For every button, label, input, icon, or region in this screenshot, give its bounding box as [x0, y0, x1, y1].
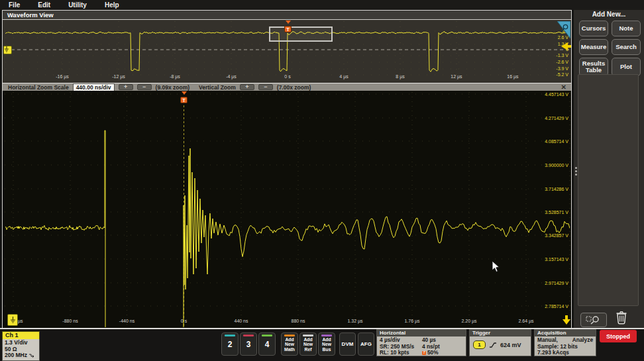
overview-time-label: -8 µs [158, 74, 191, 79]
ref-stripe [303, 335, 313, 336]
bandwidth-icon [28, 353, 34, 358]
waveform-panel: Waveform View 3.92.6 V1.3 V0-1.3 V-2.6 V… [2, 10, 572, 329]
dvm-button[interactable]: DVM [339, 333, 356, 356]
main-time-label: 880 ns [282, 319, 315, 323]
afg-button[interactable]: AFG [358, 333, 374, 356]
ch1-badge[interactable]: Ch 1 1.3 V/div 50 Ω 200 MHz [2, 331, 40, 361]
trigger-source-badge: 1 [473, 340, 486, 349]
add-new-title: Add New... [574, 11, 644, 18]
v-zoom-minus-button[interactable]: − [258, 84, 273, 90]
main-voltage-label: 3.528571 V [545, 210, 568, 215]
add-new-bus-button[interactable]: Add New Bus [318, 333, 335, 356]
main-time-label: -440 ns [111, 319, 144, 323]
horizontal-rl: RL: 10 kpts [380, 350, 463, 356]
zoom-plot [3, 91, 571, 329]
trigger-position-icon: T [422, 351, 426, 355]
trash-button[interactable] [615, 310, 628, 328]
add-new-math-button[interactable]: Add New Math [281, 333, 298, 356]
overview-voltage-label: -3.9 V [556, 66, 568, 71]
ch1-level-arrow-icon[interactable] [561, 42, 568, 50]
ch1-name: Ch 1 [2, 331, 40, 339]
trigger-flag-label: T [284, 26, 292, 32]
bottom-bar: Ch 1 1.3 V/div 50 Ω 200 MHz 2 3 4 Add Ne… [0, 328, 644, 361]
h-zoom-scale-label: Horizontal Zoom Scale [8, 84, 69, 91]
trigger-flag-label: T [180, 97, 188, 103]
ch1-bandwidth: 200 MHz [5, 352, 37, 359]
rising-edge-icon [489, 342, 497, 348]
ch1-ground-marker-main[interactable] [7, 314, 18, 326]
zoom-mode-button[interactable] [580, 313, 607, 327]
overview-time-label: 16 µs [496, 74, 529, 79]
trigger-flag-overview[interactable]: T [284, 21, 292, 32]
main-time-label: 0 s [168, 319, 201, 323]
zoom-region-box[interactable] [269, 26, 333, 42]
overview-time-label: -16 µs [46, 74, 79, 79]
menu-file[interactable]: File [9, 1, 20, 9]
channel-2-button[interactable]: 2 [221, 333, 239, 356]
main-voltage-label: 4.271429 V [545, 116, 568, 121]
menu-edit[interactable]: Edit [38, 1, 50, 9]
acquisition-title: Acquisition [535, 330, 596, 336]
overview-graticule[interactable]: 3.92.6 V1.3 V0-1.3 V-2.6 V-3.9 V-5.2 V -… [3, 20, 571, 83]
main-voltage-label: 4.457143 V [545, 92, 568, 97]
results-area [578, 74, 639, 306]
main-time-label: µs [18, 319, 23, 323]
h-zoom-plus-button[interactable]: + [119, 84, 133, 90]
add-new-ref-button[interactable]: Add New Ref [299, 333, 317, 356]
horizontal-panel[interactable]: Horizontal 4 µs/div SR: 250 MS/s RL: 10 … [376, 329, 466, 356]
overview-time-label: -4 µs [215, 74, 248, 79]
main-voltage-label: 3.342857 V [545, 233, 568, 238]
waveform-view-title: Waveform View [3, 11, 571, 20]
results-table-button[interactable]: Results Table [579, 58, 608, 76]
overview-time-label: -12 µs [102, 74, 135, 79]
ground-icon [4, 46, 9, 52]
measure-button[interactable]: Measure [579, 39, 608, 55]
zoom-close-icon[interactable]: ✕ [561, 83, 566, 91]
add-new-panel: Add New... Cursors Note Measure Search R… [574, 10, 644, 329]
menu-help[interactable]: Help [105, 1, 119, 9]
overview-time-label: 0 s [271, 74, 304, 79]
main-time-label: -880 ns [54, 319, 87, 323]
horizontal-position: 50% [427, 350, 439, 356]
channel-4-button[interactable]: 4 [258, 333, 276, 356]
zoom-select-icon [585, 315, 602, 325]
cursors-button[interactable]: Cursors [579, 21, 608, 36]
ch1-ground-marker-overview[interactable] [3, 46, 12, 54]
acquisition-count: 7.293 kAcqs [537, 350, 593, 356]
plot-button[interactable]: Plot [612, 58, 641, 76]
search-button[interactable]: Search [612, 39, 641, 55]
note-button[interactable]: Note [612, 21, 641, 36]
channel-3-button[interactable]: 3 [240, 333, 257, 356]
overview-time-label: 12 µs [440, 74, 473, 79]
stopped-badge[interactable]: Stopped [600, 330, 637, 342]
v-zoom-factor: (7.00x zoom) [277, 84, 311, 91]
acquisition-panel[interactable]: Acquisition Manual, Analyze Sample: 12 b… [534, 329, 596, 356]
panel-drag-handle[interactable] [575, 167, 577, 177]
main-voltage-label: 3.900000 V [545, 163, 568, 168]
main-time-label: 440 ns [225, 319, 258, 323]
main-time-label: 2.64 µs [510, 319, 543, 323]
trigger-flag-main[interactable]: T [180, 91, 188, 103]
main-time-label: 2.20 µs [453, 319, 486, 323]
ground-icon [10, 317, 16, 324]
main-voltage-label: 3.157143 V [545, 257, 568, 262]
v-zoom-label: Vertical Zoom [199, 84, 236, 91]
overview-time-label: 8 µs [384, 74, 417, 79]
h-zoom-minus-button[interactable]: − [137, 84, 152, 90]
v-zoom-plus-button[interactable]: + [240, 84, 254, 90]
math-stripe [284, 335, 295, 336]
bus-stripe [321, 335, 332, 336]
overview-voltage-label: -2.6 V [556, 60, 568, 64]
channel-4-stripe [262, 335, 272, 336]
off-scale-down-arrow-icon [563, 315, 570, 325]
main-voltage-label: 3.714286 V [545, 187, 568, 191]
channel-3-stripe [243, 335, 254, 336]
menu-utility[interactable]: Utility [68, 1, 87, 9]
h-zoom-scale-input[interactable]: 440.00 ns/div [73, 83, 115, 91]
overview-voltage-label: -1.3 V [556, 53, 568, 58]
channel-2-stripe [225, 335, 235, 336]
oscilloscope-app: File Edit Utility Help Waveform View 3.9… [0, 0, 644, 361]
main-time-label: 1.76 µs [396, 319, 429, 323]
trigger-panel[interactable]: Trigger 1 624 mV [469, 329, 531, 356]
main-graticule[interactable]: 4.457143 V4.271429 V4.085714 V3.900000 V… [3, 91, 571, 329]
